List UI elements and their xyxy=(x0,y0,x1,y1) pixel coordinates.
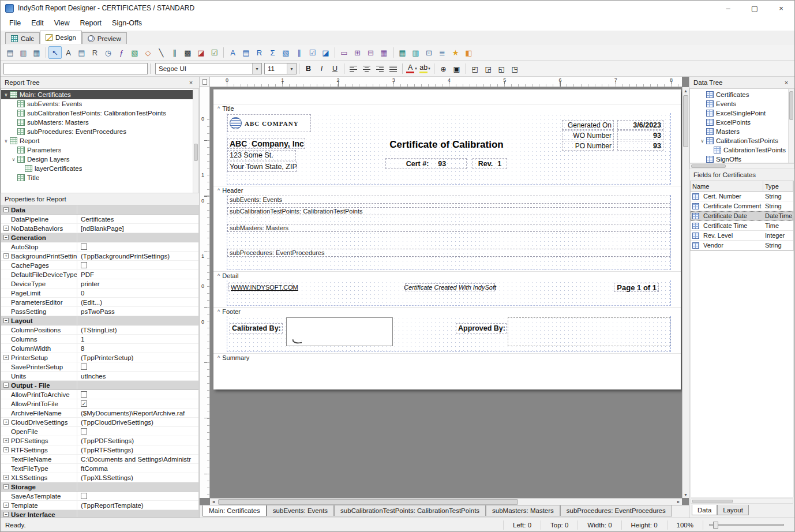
checkbox-checked-icon[interactable]: ✓ xyxy=(81,400,87,407)
property-rtfsettings[interactable]: +RTFSettings(TppRTFSettings) xyxy=(1,445,198,455)
datatree-tab-data[interactable]: Data xyxy=(692,505,717,515)
memo-tool-icon[interactable]: ▤ xyxy=(75,46,88,59)
fields-column-name[interactable]: Name xyxy=(691,181,763,191)
anchor-button[interactable]: ⊕ xyxy=(437,62,450,75)
dbbarcode-tool-icon[interactable]: ∥ xyxy=(292,46,306,59)
scrollbar-thumb[interactable] xyxy=(194,144,198,161)
calendar-icon[interactable]: ⊡ xyxy=(422,46,436,59)
pagebreak-tool-icon[interactable]: ⊟ xyxy=(364,46,377,59)
align-right-button[interactable] xyxy=(373,62,387,75)
wo-number-label[interactable]: WO Number xyxy=(562,130,614,140)
barcode-tool-icon[interactable]: ∥ xyxy=(168,46,181,59)
font-color-button[interactable]: A▾ xyxy=(405,62,418,75)
dbmemo-tool-icon[interactable]: ▤ xyxy=(239,46,253,59)
company-logo[interactable]: ABC COMPANY xyxy=(227,114,311,132)
property-xlssettings[interactable]: +XLSSettings(TppXLSSettings) xyxy=(1,473,198,482)
expand-box-icon[interactable]: + xyxy=(3,226,9,231)
menu-file[interactable]: File xyxy=(4,17,26,29)
crosstab-tool-icon[interactable]: ▦ xyxy=(377,46,391,59)
band-header-summary[interactable]: Summary xyxy=(213,353,681,362)
dbchart-tool-icon[interactable]: ◪ xyxy=(319,46,332,59)
approved-signature-box[interactable] xyxy=(508,317,670,346)
property-columnpositions[interactable]: ColumnPositions(TStringList) xyxy=(1,325,198,335)
report-tree-item-parameters[interactable]: Parameters xyxy=(1,145,198,155)
bring-forward-button[interactable]: ◱ xyxy=(495,62,508,75)
property-saveastemplate[interactable]: SaveAsTemplate xyxy=(1,492,198,501)
subreport-tool-icon[interactable]: ⊞ xyxy=(351,46,364,59)
workspace-tab-preview[interactable]: Preview xyxy=(82,32,127,44)
approved-by-label[interactable]: Approved By: xyxy=(456,323,507,334)
fields-horizontal-scrollbar[interactable] xyxy=(691,499,793,504)
zoom-slider-thumb[interactable] xyxy=(713,522,718,529)
dbtext-tool-icon[interactable]: A xyxy=(226,46,239,59)
scrollbar-thumb[interactable] xyxy=(789,91,793,120)
subreport-subevents-events[interactable]: subEvents: Events xyxy=(227,196,670,204)
scrollbar-thumb[interactable] xyxy=(683,95,688,147)
barcode2d-tool-icon[interactable]: ▩ xyxy=(181,46,194,59)
expand-box-icon[interactable]: + xyxy=(3,253,9,258)
band-tab-submasters-masters[interactable]: subMasters: Masters xyxy=(486,505,560,516)
band-header-detail[interactable]: Detail xyxy=(213,271,681,280)
property-printersetup[interactable]: +PrinterSetup(TppPrinterSetup) xyxy=(1,353,198,362)
po-number-label[interactable]: PO Number xyxy=(562,141,614,151)
expand-box-icon[interactable]: + xyxy=(3,447,9,452)
property-pdfsettings[interactable]: +PDFSettings(TppPDFSettings) xyxy=(1,436,198,445)
property-textfiletype[interactable]: TextFileTypeftComma xyxy=(1,464,198,473)
subreport-subprocedures-eventprocedures[interactable]: subProcedures: EventProcedures xyxy=(227,249,670,257)
wizard-wand-icon[interactable]: ★ xyxy=(449,46,462,59)
property-section-output-file[interactable]: −Output - File xyxy=(1,381,198,390)
checkbox-unchecked-icon[interactable] xyxy=(81,428,87,434)
property-textfilename[interactable]: TextFileNameC:\Documents and Settings\Ad… xyxy=(1,455,198,464)
fields-column-type[interactable]: Type xyxy=(763,181,793,191)
zoom-slider-track[interactable] xyxy=(709,524,784,526)
align-justify-button[interactable] xyxy=(387,62,400,75)
collapse-box-icon[interactable]: − xyxy=(3,235,9,240)
dbcheckbox-tool-icon[interactable]: ☑ xyxy=(306,46,319,59)
property-saveprintersetup[interactable]: SavePrinterSetup xyxy=(1,362,198,372)
dropdown-arrow-icon[interactable]: ▾ xyxy=(287,63,296,74)
datatree-tab-layout[interactable]: Layout xyxy=(717,505,749,515)
label-tool-icon[interactable]: A xyxy=(62,46,75,59)
report-tree-item-title[interactable]: Title xyxy=(1,173,198,182)
header-band[interactable]: subEvents: EventssubCalibrationTestPoint… xyxy=(227,195,671,270)
band-tab-subevents-events[interactable]: subEvents: Events xyxy=(267,505,334,516)
table-grid-icon[interactable]: ▦ xyxy=(396,46,409,59)
collapse-chevron-icon[interactable]: ∨ xyxy=(699,138,706,144)
send-backward-button[interactable]: ◳ xyxy=(508,62,522,75)
scrollbar-thumb[interactable] xyxy=(692,500,733,503)
calibrated-signature-box[interactable] xyxy=(286,317,393,346)
property-openfile[interactable]: OpenFile xyxy=(1,427,198,436)
detail-band[interactable]: WWW.INDYSOFT.COM Certificate Created Wit… xyxy=(227,280,671,306)
property-clouddrivesettings[interactable]: +CloudDriveSettings(TppCloudDriveSetting… xyxy=(1,418,198,427)
data-tree-toggle-icon[interactable]: ▥ xyxy=(17,46,30,59)
bring-to-front-button[interactable]: ◰ xyxy=(468,62,482,75)
report-tree-item-subcalibrationtestpoints-calibrationtestpoints[interactable]: subCalibrationTestPoints: CalibrationTes… xyxy=(1,108,198,118)
highlight-color-button[interactable]: ab▾ xyxy=(418,62,432,75)
report-tree-toggle-icon[interactable]: ▤ xyxy=(3,46,17,59)
band-collapse-icon[interactable] xyxy=(217,273,220,279)
address-line2-label[interactable]: Your Town State, ZIP xyxy=(227,162,297,172)
field-cert-number[interactable]: Cert. NumberString xyxy=(691,192,793,201)
close-icon[interactable]: × xyxy=(782,79,790,86)
expand-box-icon[interactable]: + xyxy=(3,419,9,425)
system-variable-tool-icon[interactable]: ◷ xyxy=(102,46,115,59)
scroll-left-icon[interactable]: ◄ xyxy=(210,499,217,505)
band-tab-subprocedures-eventprocedures[interactable]: subProcedures: EventProcedures xyxy=(560,505,672,516)
website-label[interactable]: WWW.INDYSOFT.COM xyxy=(228,283,293,291)
property-parameterseditor[interactable]: ParametersEditor(Edit...) xyxy=(1,298,198,307)
maximize-icon[interactable]: ▢ xyxy=(741,1,768,16)
minimize-icon[interactable]: – xyxy=(715,1,741,16)
property-section-generation[interactable]: −Generation xyxy=(1,233,198,242)
calibrated-by-label[interactable]: Calibrated By: xyxy=(230,323,283,334)
richtext-tool-icon[interactable]: R xyxy=(88,46,102,59)
scroll-down-icon[interactable]: ▼ xyxy=(682,491,689,498)
expand-box-icon[interactable]: + xyxy=(3,355,9,360)
wo-number-value[interactable]: 93 xyxy=(617,130,663,140)
region-tool-icon[interactable]: ▭ xyxy=(337,46,351,59)
address-line1-label[interactable]: 123 Some St. xyxy=(227,150,296,160)
title-band[interactable]: ABC COMPANY ABC Company, Inc 123 Some St… xyxy=(227,113,671,185)
frame-button[interactable]: ▣ xyxy=(450,62,463,75)
scroll-right-icon[interactable]: ► xyxy=(675,499,682,505)
workspace-tab-design[interactable]: Design xyxy=(40,31,82,44)
cert-number-group[interactable]: Cert #: 93 xyxy=(385,158,467,169)
